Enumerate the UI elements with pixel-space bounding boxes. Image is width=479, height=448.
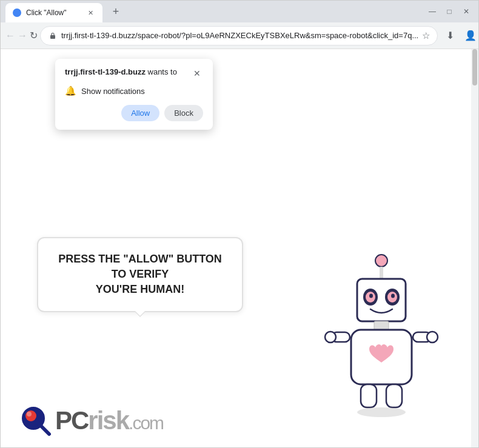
svg-point-13 [325, 332, 336, 343]
block-button[interactable]: Block [164, 105, 203, 121]
page-content: trrjj.first-tl-139-d.buzz wants to ✕ 🔔 S… [1, 49, 478, 447]
active-tab[interactable]: Click "Allow" ✕ [5, 3, 102, 22]
tab-title: Click "Allow" [26, 8, 81, 17]
dotcom-text: .com [129, 413, 163, 433]
title-bar: Click "Allow" ✕ + — □ ✕ [1, 1, 478, 22]
svg-point-15 [427, 332, 438, 343]
maximize-button[interactable]: □ [442, 4, 457, 19]
popup-domain-suffix: wants to [146, 67, 177, 76]
bookmark-icon[interactable]: ☆ [422, 30, 430, 41]
browser-window: Click "Allow" ✕ + — □ ✕ ← → ↻ trrjj.firs… [0, 0, 479, 448]
back-button[interactable]: ← [5, 26, 15, 45]
account-button[interactable]: 👤 [461, 26, 479, 45]
svg-point-21 [27, 412, 32, 416]
reload-button[interactable]: ↻ [30, 26, 38, 45]
popup-domain-bold: trrjj.first-tl-139-d.buzz [65, 67, 146, 76]
popup-header: trrjj.first-tl-139-d.buzz wants to ✕ [65, 67, 203, 79]
new-tab-button[interactable]: + [107, 3, 124, 20]
bell-icon: 🔔 [65, 85, 76, 96]
popup-notification-text: Show notifications [81, 87, 145, 96]
pcrisk-logo: PCrisk.com [19, 404, 163, 438]
svg-point-8 [369, 294, 373, 298]
address-bar[interactable]: trrjj.first-tl-139-d.buzz/space-robot/?p… [40, 26, 438, 45]
allow-button[interactable]: Allow [121, 105, 159, 121]
minimize-button[interactable]: — [425, 4, 440, 19]
speech-bubble-text: PRESS THE "ALLOW" BUTTON TO VERIFY YOU'R… [56, 252, 224, 298]
svg-rect-16 [361, 384, 377, 407]
svg-rect-17 [386, 384, 402, 407]
scrollbar-thumb[interactable] [472, 49, 477, 85]
address-text: trrjj.first-tl-139-d.buzz/space-robot/?p… [61, 31, 418, 40]
svg-point-18 [357, 407, 406, 417]
svg-point-1 [375, 255, 387, 267]
svg-rect-2 [380, 267, 383, 279]
scrollbar[interactable] [471, 49, 478, 447]
tab-favicon [13, 8, 21, 17]
robot-illustration [321, 247, 442, 405]
popup-domain: trrjj.first-tl-139-d.buzz wants to [65, 67, 177, 76]
download-button[interactable]: ⬇ [440, 26, 460, 45]
window-controls: — □ ✕ [425, 4, 474, 19]
notification-popup: trrjj.first-tl-139-d.buzz wants to ✕ 🔔 S… [55, 59, 213, 130]
tab-close-button[interactable]: ✕ [85, 8, 95, 18]
popup-buttons: Allow Block [65, 105, 203, 121]
svg-point-20 [25, 410, 36, 421]
nav-bar: ← → ↻ trrjj.first-tl-139-d.buzz/space-ro… [1, 22, 478, 49]
svg-rect-0 [50, 35, 55, 39]
pcrisk-text: PCrisk.com [55, 408, 163, 433]
forward-button[interactable]: → [18, 26, 27, 45]
close-button[interactable]: ✕ [459, 4, 474, 19]
nav-actions: ⬇ 👤 ⋮ [440, 26, 479, 45]
speech-bubble: PRESS THE "ALLOW" BUTTON TO VERIFY YOU'R… [37, 237, 243, 312]
svg-rect-10 [374, 321, 389, 330]
security-icon [48, 31, 58, 41]
svg-point-9 [391, 294, 395, 298]
pc-text: PC [55, 406, 88, 435]
popup-close-button[interactable]: ✕ [191, 67, 203, 79]
popup-notification-row: 🔔 Show notifications [65, 85, 203, 96]
pcrisk-magnifier-icon [19, 404, 53, 438]
risk-text: risk [88, 406, 129, 435]
